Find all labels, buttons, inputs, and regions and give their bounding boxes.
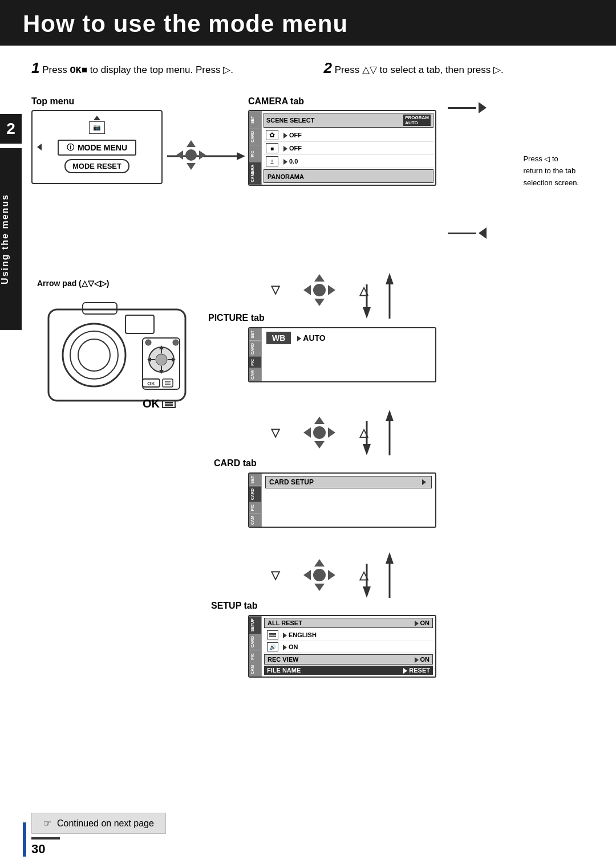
svg-point-16 [70,331,118,379]
cam-tab-side-3: CAM [249,514,261,527]
set-tab-3: SET [249,474,261,486]
card-tab-side-2: CARD [249,341,261,357]
nav-between-1: ▽ △ [271,273,368,307]
flower-value: OFF [282,132,302,138]
nav-cross-mid-2 [302,415,337,450]
up-arrow-1: △ [359,283,368,298]
sound-value: ON [281,643,298,650]
exposure-row: ± 0.0 [264,155,433,168]
nav-between-3: ▽ △ [271,558,368,592]
svg-point-31 [145,340,151,345]
set-tab-2: SET [249,328,261,341]
setup-tab-label-area: SETUP tab [211,601,258,614]
nav-center-1 [185,149,197,161]
exposure-icon: ± [266,156,278,166]
small-nav-cross-1 [175,139,207,171]
nav-right-1 [199,150,206,160]
wb-row: WB AUTO [266,332,431,344]
menu-icon-setup [267,630,278,639]
camera-tab-screen: SET CARD PIC CAMERA SCENE SELECT PROGRAM… [248,110,436,186]
sound-row: 🔊 ON [264,641,433,653]
top-menu-section: Top menu 📷 ⓘ MODE MENU [31,96,163,184]
arrow-pad-label: Arrow pad (△▽◁▷) [37,279,197,288]
step-2-text: Press △▽ to select a tab, then press ▷. [335,64,504,75]
camera-tab-active: CAMERA [249,162,261,185]
rec-view-row: REC VIEW ON [264,654,433,665]
all-reset-label: ALL RESET [268,620,302,626]
picture-tab-inner: SET CARD PIC CAM WB AUTO [249,328,435,381]
svg-rect-18 [83,303,117,314]
connector-arrows [31,96,590,809]
picture-tab-section: PICTURE tab [208,313,265,327]
picture-tab-sidebar: SET CARD PIC CAM [249,328,262,381]
pic-tab-side: PIC [249,145,261,162]
step-2: 2 Press △▽ to select a tab, then press ▷… [324,57,594,79]
all-reset-row: ALL RESET ON [264,618,433,628]
camera-tab-content: SCENE SELECT PROGRAMAUTO ✿ OFF ■ OFF [262,111,435,185]
step-2-number: 2 [324,59,332,76]
setup-tab-sidebar: SETUP CARD PIC CAM [249,616,262,677]
card-tab-screen: SET CARD PIC CAM CARD SETUP [248,472,436,528]
svg-point-17 [78,339,110,371]
card-tab-content: CARD SETUP [262,474,435,527]
pic-tab-side-4: PIC [249,650,261,663]
file-name-label: FILE NAME [267,667,301,674]
accent-bar [23,822,26,857]
card-tab-active-side: CARD [249,486,261,502]
svg-point-22 [156,354,167,365]
camera-illustration-area: Arrow pad (△▽◁▷) [37,279,197,410]
camera-tab-inner: SET CARD PIC CAMERA SCENE SELECT PROGRAM… [249,111,435,185]
picture-tab-screen-area: SET CARD PIC CAM WB AUTO [248,327,436,382]
file-name-value: RESET [402,667,430,674]
camera-tab-side-2: CAM [249,368,261,382]
card-tab-sidebar: SET CARD PIC CAM [249,474,262,527]
ok-menu-icon [162,400,176,408]
cam-tab-side-4: CAM [249,663,261,677]
nav-between-2: ▽ △ [271,415,368,450]
setup-tab-active-side: SETUP [249,616,261,634]
scene-select-label: SCENE SELECT [266,117,314,124]
flash-row: ■ OFF [264,142,433,155]
pic-tab-active: PIC [249,357,261,368]
info-icon: ⓘ [67,142,74,153]
picture-tab-content: WB AUTO [262,328,435,381]
mode-menu-label: MODE MENU [78,143,127,152]
scene-select-row: SCENE SELECT PROGRAMAUTO [264,113,433,128]
nav-cross-mid-3 [302,558,337,592]
setup-tab-label: SETUP tab [211,601,258,611]
svg-marker-13 [386,552,394,564]
nav-cross-mid-1 [302,273,337,307]
card-tab-label: CARD tab [214,458,257,468]
svg-marker-9 [386,410,394,421]
step-1-number: 1 [31,59,39,76]
up-arrow-3: △ [359,568,368,582]
picture-tab-screen: SET CARD PIC CAM WB AUTO [248,327,436,382]
svg-marker-5 [386,273,394,284]
top-menu-box: 📷 ⓘ MODE MENU MODE RESET [31,110,163,184]
wb-label: WB [266,332,291,344]
card-tab-inner: SET CARD PIC CAM CARD SETUP [249,474,435,527]
flower-row: ✿ OFF [264,129,433,142]
svg-rect-19 [125,315,154,333]
picture-tab-label: PICTURE tab [208,313,265,323]
wb-value: AUTO [295,333,325,343]
setup-tab-screen-area: SETUP CARD PIC CAM ALL RESET ON [248,615,436,678]
up-arrow-2: △ [359,426,368,439]
svg-marker-3 [363,307,371,319]
nav-left-1 [176,150,183,160]
camera-icon: 📷 [89,121,105,134]
camera-tab-section: CAMERA tab SET CARD PIC CAMERA SCENE SEL… [248,96,436,186]
nav-down-1 [187,163,196,170]
right-nav-down [448,227,487,239]
page-title: How to use the mode menu [23,10,593,38]
sidebar-number: 2 [0,114,22,144]
card-setup-arrow [422,479,426,485]
press-note: Press ◁ toreturn to the tabselection scr… [523,153,579,189]
press-note-text: Press ◁ toreturn to the tabselection scr… [523,154,579,187]
pic-tab-side-3: PIC [249,502,261,514]
down-arrow-1: ▽ [271,283,279,298]
step-1: 1 Press OK■ to display the top menu. Pre… [31,57,301,79]
down-arrow-2: ▽ [271,426,279,439]
step-1-text: Press OK■ to display the top menu. Press… [42,64,233,75]
svg-rect-35 [163,379,173,387]
